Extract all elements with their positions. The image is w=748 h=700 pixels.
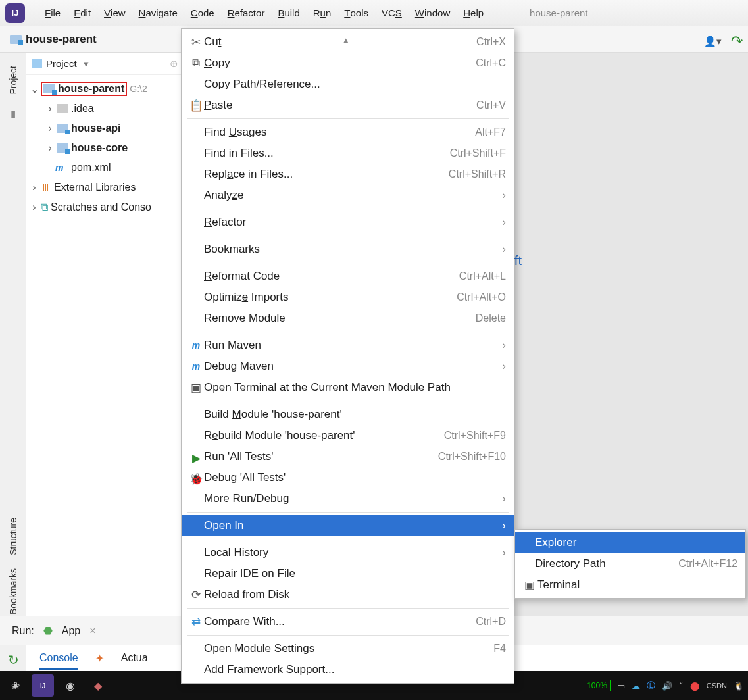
tray-volume-icon[interactable]: 🔊 xyxy=(662,681,672,691)
ctx-run-maven[interactable]: mRun Maven› xyxy=(182,335,514,356)
tree-pom[interactable]: m pom.xml xyxy=(26,158,184,178)
ctx-open-terminal-maven[interactable]: ▣Open Terminal at the Current Maven Modu… xyxy=(182,377,514,398)
tree-api-label: house-api xyxy=(71,122,121,134)
tray-icon-l[interactable]: Ⓛ xyxy=(647,680,655,691)
bug-icon: 🐞 xyxy=(188,472,204,483)
breadcrumb-root[interactable]: house-parent xyxy=(26,33,97,46)
expand-icon[interactable]: ⊕ xyxy=(170,58,178,70)
run-tab-console[interactable]: Console xyxy=(39,652,78,670)
update-icon[interactable]: ↷ xyxy=(731,33,743,50)
module-icon xyxy=(57,124,68,133)
tray-cloud-icon[interactable]: ☁ xyxy=(632,681,640,691)
ctx-compare-with[interactable]: ⇄Compare With...Ctrl+D xyxy=(182,611,514,632)
tree-ext-label: External Libraries xyxy=(54,182,136,193)
menu-file[interactable]: File xyxy=(38,0,67,26)
spring-icon: ⬣ xyxy=(43,624,53,637)
ctx-find-in-files[interactable]: Find in Files...Ctrl+Shift+F xyxy=(182,143,514,164)
ctx-copy-path[interactable]: Copy Path/Reference... xyxy=(182,74,514,95)
ctx-local-history[interactable]: Local History› xyxy=(182,542,514,563)
ctx-rebuild-module[interactable]: Rebuild Module 'house-parent'Ctrl+Shift+… xyxy=(182,425,514,446)
ctx-replace-in-files[interactable]: Replace in Files...Ctrl+Shift+R xyxy=(182,164,514,185)
menu-tools[interactable]: Tools xyxy=(337,0,375,26)
folder-stripe-icon[interactable]: ▮ xyxy=(11,108,16,120)
ctx-copy[interactable]: ⧉CopyCtrl+C xyxy=(182,53,514,74)
rerun-icon[interactable]: ↻ xyxy=(8,652,19,668)
copy-icon: ⧉ xyxy=(188,57,204,70)
menu-edit[interactable]: Edit xyxy=(67,0,97,26)
ctx-build-module[interactable]: Build Module 'house-parent' xyxy=(182,404,514,425)
taskbar-media[interactable]: ◉ xyxy=(59,674,82,697)
submenu-explorer[interactable]: Explorer xyxy=(515,532,745,553)
tree-idea[interactable]: › .idea xyxy=(26,99,184,118)
submenu-directory-path[interactable]: Directory PathCtrl+Alt+F12 xyxy=(515,553,745,574)
ctx-reload-from-disk[interactable]: ⟳Reload from Disk xyxy=(182,584,514,605)
tree-core-label: house-core xyxy=(71,142,128,154)
ctx-open-in[interactable]: Open In› xyxy=(182,515,514,536)
tree-root-path: G:\2 xyxy=(130,84,147,94)
menu-run[interactable]: Run xyxy=(307,0,338,26)
taskbar-intellij[interactable]: IJ xyxy=(32,674,54,697)
ctx-optimize-imports[interactable]: Optimize ImportsCtrl+Alt+O xyxy=(182,287,514,308)
collapse-arrow-icon[interactable]: › xyxy=(30,182,38,193)
run-tab-actuator[interactable]: Actua xyxy=(121,652,148,670)
menu-refactor[interactable]: Refactor xyxy=(221,0,272,26)
app-icon: IJ xyxy=(5,3,25,23)
module-icon xyxy=(43,84,55,93)
left-tab-structure[interactable]: Structure xyxy=(8,518,18,555)
menu-code[interactable]: Code xyxy=(184,0,221,26)
ctx-bookmarks[interactable]: Bookmarks› xyxy=(182,239,514,260)
run-config-name[interactable]: App xyxy=(62,625,80,637)
close-icon[interactable]: × xyxy=(89,625,95,637)
ctx-debug-maven[interactable]: mDebug Maven› xyxy=(182,356,514,377)
ctx-run-tests[interactable]: ▶Run 'All Tests'Ctrl+Shift+F10 xyxy=(182,446,514,467)
menu-view[interactable]: View xyxy=(97,0,132,26)
cut-icon: ✂ xyxy=(188,36,204,49)
expand-arrow-icon[interactable]: ⌄ xyxy=(30,83,38,95)
tree-core[interactable]: › house-core xyxy=(26,138,184,158)
tree-api[interactable]: › house-api xyxy=(26,118,184,138)
collapse-arrow-icon[interactable]: › xyxy=(30,201,38,213)
menu-window[interactable]: Window xyxy=(409,0,457,26)
tray-text[interactable]: CSDN xyxy=(707,682,727,689)
project-tree[interactable]: ⌄ house-parent G:\2 › .idea › house-api … xyxy=(26,75,184,221)
ctx-open-module-settings[interactable]: Open Module SettingsF4 xyxy=(182,638,514,659)
ctx-repair-ide[interactable]: Repair IDE on File xyxy=(182,563,514,584)
menu-navigate[interactable]: Navigate xyxy=(132,0,184,26)
tree-idea-label: .idea xyxy=(71,103,94,114)
tray-app-icon[interactable]: ⬤ xyxy=(690,681,700,691)
collapse-arrow-icon[interactable]: › xyxy=(46,122,54,134)
menu-help[interactable]: Help xyxy=(457,0,490,26)
tree-ext-libs[interactable]: › ⫼ External Libraries xyxy=(26,178,184,197)
taskbar-app-4[interactable]: ◆ xyxy=(87,674,109,697)
ctx-paste[interactable]: 📋PasteCtrl+V xyxy=(182,95,514,116)
reload-icon: ⟳ xyxy=(188,588,204,602)
ctx-debug-tests[interactable]: 🐞Debug 'All Tests' xyxy=(182,467,514,488)
ctx-refactor[interactable]: Refactor› xyxy=(182,212,514,233)
tray-qq-icon[interactable]: 🐧 xyxy=(734,681,744,691)
ctx-more-run-debug[interactable]: More Run/Debug› xyxy=(182,488,514,509)
taskbar-app-1[interactable]: ❀ xyxy=(4,674,26,697)
tree-scratches[interactable]: › ⧉ Scratches and Conso xyxy=(26,197,184,217)
ctx-reformat[interactable]: Reformat CodeCtrl+Alt+L xyxy=(182,266,514,287)
project-view-icon xyxy=(32,59,42,68)
left-tab-bookmarks[interactable]: Bookmarks xyxy=(8,568,18,614)
ctx-find-usages[interactable]: Find UsagesAlt+F7 xyxy=(182,122,514,143)
tray-chevron-icon[interactable]: ˅ xyxy=(679,681,684,691)
tree-scratch-label: Scratches and Conso xyxy=(51,201,151,213)
ctx-remove-module[interactable]: Remove ModuleDelete xyxy=(182,308,514,329)
project-panel-header[interactable]: Project ▾ ⊕ xyxy=(26,53,184,75)
ctx-analyze[interactable]: Analyze› xyxy=(182,185,514,206)
ctx-add-framework[interactable]: Add Framework Support... xyxy=(182,659,514,680)
collapse-arrow-icon[interactable]: › xyxy=(46,142,54,154)
left-tab-project[interactable]: Project xyxy=(8,66,18,95)
user-icon[interactable]: 👤▾ xyxy=(704,36,722,47)
menu-build[interactable]: Build xyxy=(271,0,306,26)
battery-indicator[interactable]: 100% xyxy=(584,680,611,691)
tray-icon[interactable]: ▭ xyxy=(617,681,625,691)
tree-root[interactable]: ⌄ house-parent G:\2 xyxy=(26,79,184,99)
menu-vcs[interactable]: VCS xyxy=(375,0,409,26)
chevron-down-icon[interactable]: ▾ xyxy=(84,58,89,70)
collapse-arrow-icon[interactable]: ▴ xyxy=(343,34,349,46)
submenu-terminal[interactable]: ▣Terminal xyxy=(515,574,745,595)
collapse-arrow-icon[interactable]: › xyxy=(46,103,54,114)
